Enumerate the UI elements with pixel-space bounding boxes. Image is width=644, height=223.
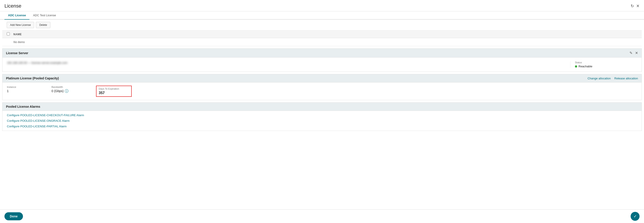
pooled-alarms-header: Pooled License Alarms bbox=[2, 103, 642, 111]
pooled-alarms-section: Pooled License Alarms Configure POOLED-L… bbox=[2, 102, 642, 131]
platinum-license-section: Platinum License (Pooled Capacity) Chang… bbox=[2, 74, 642, 100]
alarm-link-3[interactable]: Configure POOLED-LICENSE-PARTIAL Alarm bbox=[7, 125, 637, 128]
release-allocation-button[interactable]: Release allocation bbox=[614, 77, 638, 80]
days-to-expiration-block: Days To Expiration 357 bbox=[96, 86, 132, 97]
license-server-name-col: 192.168.100.50 — license-server.example.… bbox=[7, 61, 566, 68]
close-icon: ✕ bbox=[635, 51, 638, 55]
close-header-icon: ✕ bbox=[636, 4, 640, 8]
license-server-edit-button[interactable]: ✎ bbox=[630, 51, 632, 55]
bottom-right-icon[interactable]: ✓ bbox=[631, 212, 640, 221]
tab-adc-test-license[interactable]: ADC Test License bbox=[30, 11, 60, 20]
license-server-close-button[interactable]: ✕ bbox=[635, 51, 638, 55]
status-dot-green bbox=[575, 65, 577, 68]
add-new-license-button[interactable]: Add New License bbox=[7, 22, 34, 28]
instance-value: 1 bbox=[7, 89, 42, 93]
license-server-section: License Server ✎ ✕ 192.168.100.50 — lice… bbox=[2, 48, 642, 72]
name-column-header: NAME bbox=[13, 33, 22, 36]
refresh-button[interactable]: ↻ bbox=[631, 4, 634, 9]
bandwidth-info-icon[interactable]: i bbox=[65, 89, 68, 93]
page-container: License ↻ ✕ ADC License ADC Test License… bbox=[0, 0, 644, 223]
tabs-bar: ADC License ADC Test License bbox=[0, 11, 644, 20]
bandwidth-row: 0 (Gbps) i bbox=[52, 89, 87, 93]
pooled-alarms-title: Pooled License Alarms bbox=[6, 105, 40, 108]
license-server-actions: ✎ ✕ bbox=[630, 51, 638, 55]
license-server-header: License Server ✎ ✕ bbox=[2, 49, 642, 58]
license-server-title: License Server bbox=[6, 51, 28, 55]
status-label: Status bbox=[575, 61, 637, 64]
status-row: Reachable bbox=[575, 65, 637, 68]
instance-block: Instance 1 bbox=[7, 86, 42, 93]
bandwidth-label: Bandwidth bbox=[52, 86, 87, 88]
alarm-link-2[interactable]: Configure POOLED-LICENSE-ONGRACE Alarm bbox=[7, 119, 637, 122]
expiration-box: Days To Expiration 357 bbox=[96, 86, 132, 97]
toolbar: Add New License Delete bbox=[2, 20, 642, 31]
license-server-status-col: Status Reachable bbox=[570, 61, 637, 68]
delete-button[interactable]: Delete bbox=[36, 22, 50, 28]
edit-icon: ✎ bbox=[630, 51, 632, 55]
header-icons: ↻ ✕ bbox=[631, 4, 640, 9]
instance-label: Instance bbox=[7, 86, 42, 88]
server-name-blurred: 192.168.100.50 — license-server.example.… bbox=[7, 61, 566, 64]
no-items-message: No items bbox=[2, 38, 642, 46]
bandwidth-block: Bandwidth 0 (Gbps) i bbox=[52, 86, 87, 93]
license-server-body: 192.168.100.50 — license-server.example.… bbox=[2, 58, 642, 72]
checkmark-icon: ✓ bbox=[634, 214, 637, 219]
platinum-license-body: Instance 1 Bandwidth 0 (Gbps) i bbox=[2, 83, 642, 100]
header-checkbox-cell bbox=[7, 32, 13, 36]
table-header-row: NAME bbox=[2, 31, 642, 38]
platinum-license-title: Platinum License (Pooled Capacity) bbox=[6, 77, 59, 80]
tab-adc-license[interactable]: ADC License bbox=[4, 11, 30, 20]
days-value: 357 bbox=[99, 91, 129, 95]
alarm-link-1[interactable]: Configure POOLED-LICENSE-CHECKOUT-FAILUR… bbox=[7, 114, 637, 117]
platinum-license-header: Platinum License (Pooled Capacity) Chang… bbox=[2, 74, 642, 83]
change-allocation-button[interactable]: Change allocation bbox=[588, 77, 611, 80]
done-button[interactable]: Done bbox=[4, 212, 23, 220]
select-all-checkbox[interactable] bbox=[7, 32, 10, 36]
days-label: Days To Expiration bbox=[99, 87, 129, 90]
close-header-button[interactable]: ✕ bbox=[636, 4, 640, 9]
pooled-alarms-body: Configure POOLED-LICENSE-CHECKOUT-FAILUR… bbox=[2, 111, 642, 131]
footer-bar: Done ✓ bbox=[0, 209, 644, 223]
main-content: Add New License Delete NAME No items Lic… bbox=[0, 20, 644, 149]
status-value: Reachable bbox=[578, 65, 592, 68]
page-title: License bbox=[4, 3, 22, 9]
refresh-icon: ↻ bbox=[631, 4, 634, 8]
platinum-license-actions: Change allocation Release allocation bbox=[588, 77, 638, 80]
page-header: License ↻ ✕ bbox=[0, 0, 644, 11]
bandwidth-value: 0 (Gbps) bbox=[52, 89, 64, 93]
